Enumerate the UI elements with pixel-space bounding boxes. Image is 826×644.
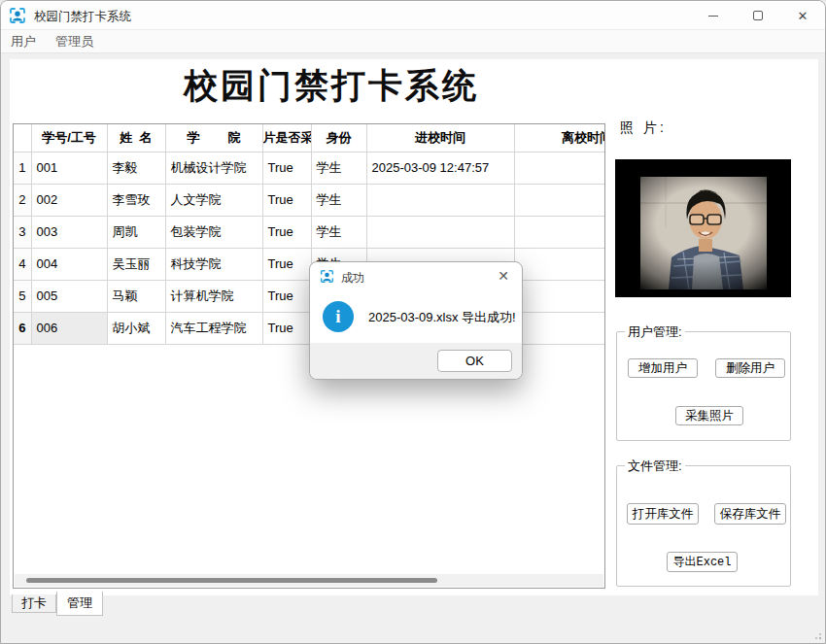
app-face-scan-icon	[9, 7, 26, 24]
row-number[interactable]: 6	[14, 312, 31, 344]
maximize-button[interactable]	[736, 1, 780, 30]
open-db-file-button[interactable]: 打开库文件	[627, 503, 699, 525]
table-cell[interactable]: True	[262, 248, 311, 280]
row-number[interactable]: 2	[14, 184, 31, 216]
table-cell[interactable]: 胡小斌	[107, 312, 165, 344]
export-excel-button[interactable]: 导出Excel	[667, 552, 738, 572]
table-cell[interactable]: True	[262, 152, 311, 184]
table-cell[interactable]: 001	[31, 152, 107, 184]
user-management-group: 用户管理: 增加用户 删除用户 采集照片	[616, 331, 791, 441]
table-cell[interactable]: 汽车工程学院	[165, 312, 262, 344]
table-row[interactable]: 3003周凯包装学院True学生	[14, 216, 605, 248]
photo-preview	[615, 159, 791, 297]
table-cell[interactable]: 003	[31, 216, 107, 248]
file-group-title: 文件管理:	[625, 458, 685, 475]
table-cell[interactable]: True	[262, 184, 311, 216]
table-row[interactable]: 1001李毅机械设计学院True学生2025-03-09 12:47:57	[14, 152, 605, 184]
user-group-title: 用户管理:	[625, 323, 685, 341]
table-cell[interactable]: 科技学院	[165, 248, 262, 280]
column-header[interactable]: 学号/工号	[31, 124, 107, 152]
table-cell[interactable]: True	[262, 216, 311, 248]
table-row[interactable]: 2002李雪玫人文学院True学生	[14, 184, 605, 216]
table-cell[interactable]: 2025-03-09 12:47:57	[366, 152, 514, 184]
dialog-title: 成功	[341, 270, 364, 287]
app-window: 校园门禁打卡系统 ✕ 用户 管理员 校园门禁打卡系统 学号/工号姓 名学 院片是…	[0, 0, 826, 644]
row-number[interactable]: 4	[14, 248, 31, 280]
photo-label: 照 片:	[620, 119, 667, 137]
delete-user-button[interactable]: 删除用户	[715, 358, 785, 378]
table-cell[interactable]: 人文学院	[165, 184, 262, 216]
table-cell[interactable]: 计算机学院	[165, 280, 262, 312]
dialog-message: 2025-03-09.xlsx 导出成功!	[368, 309, 516, 326]
page-title: 校园门禁打卡系统	[184, 63, 479, 109]
table-cell[interactable]	[514, 216, 605, 248]
row-number-header[interactable]	[14, 124, 31, 152]
tab-manage[interactable]: 管理	[56, 592, 103, 616]
menu-admin[interactable]: 管理员	[46, 29, 103, 54]
table-cell[interactable]: 学生	[311, 184, 366, 216]
table-cell[interactable]: 周凯	[107, 216, 165, 248]
resize-grip[interactable]	[813, 631, 821, 639]
column-header[interactable]: 姓 名	[107, 124, 165, 152]
table-cell[interactable]: 李雪玫	[107, 184, 165, 216]
portrait-photo	[615, 159, 791, 297]
column-header[interactable]: 进校时间	[366, 124, 514, 152]
table-cell[interactable]: 马颖	[107, 280, 165, 312]
tab-checkin[interactable]: 打卡	[12, 594, 56, 613]
menu-user[interactable]: 用户	[1, 29, 46, 54]
minimize-icon	[708, 16, 718, 17]
table-header-row: 学号/工号姓 名学 院片是否采身份进校时间离校时间	[14, 124, 605, 152]
close-icon: ✕	[798, 10, 809, 22]
table-cell[interactable]	[366, 184, 514, 216]
row-number[interactable]: 3	[14, 216, 31, 248]
minimize-button[interactable]	[691, 1, 736, 30]
horizontal-scrollbar[interactable]	[15, 574, 603, 587]
ok-button[interactable]: OK	[437, 350, 512, 372]
dialog-close-icon[interactable]: ✕	[498, 268, 509, 284]
table-cell[interactable]: 包装学院	[165, 216, 262, 248]
table-cell[interactable]: 004	[31, 248, 107, 280]
success-dialog: 成功 ✕ i 2025-03-09.xlsx 导出成功! OK	[309, 261, 523, 380]
capture-photo-button[interactable]: 采集照片	[675, 406, 743, 425]
add-user-button[interactable]: 增加用户	[628, 358, 698, 378]
column-header[interactable]: 身份	[311, 124, 366, 152]
row-number[interactable]: 5	[14, 280, 31, 312]
title-bar: 校园门禁打卡系统 ✕	[1, 1, 825, 30]
column-header[interactable]: 学 院	[165, 124, 262, 152]
table-cell[interactable]: True	[262, 280, 311, 312]
maximize-icon	[753, 11, 763, 20]
file-management-group: 文件管理: 打开库文件 保存库文件 导出Excel	[616, 465, 791, 587]
table-cell[interactable]: 吴玉丽	[107, 248, 165, 280]
table-cell[interactable]	[514, 312, 605, 344]
table-cell[interactable]: 005	[31, 280, 107, 312]
menu-bar: 用户 管理员	[1, 30, 825, 53]
close-button[interactable]: ✕	[780, 1, 825, 30]
table-cell[interactable]	[514, 248, 605, 280]
table-cell[interactable]: True	[262, 312, 311, 344]
save-db-file-button[interactable]: 保存库文件	[714, 503, 786, 525]
table-cell[interactable]	[366, 216, 514, 248]
table-cell[interactable]: 学生	[311, 152, 366, 184]
row-number[interactable]: 1	[14, 152, 31, 184]
column-header[interactable]: 离校时间	[514, 124, 605, 152]
table-cell[interactable]: 002	[31, 184, 107, 216]
scrollbar-thumb[interactable]	[26, 578, 437, 583]
window-title: 校园门禁打卡系统	[34, 9, 131, 25]
table-cell[interactable]	[514, 152, 605, 184]
table-cell[interactable]: 机械设计学院	[165, 152, 262, 184]
info-icon: i	[323, 301, 354, 332]
table-cell[interactable]: 006	[31, 312, 107, 344]
dialog-app-icon	[320, 269, 334, 284]
table-cell[interactable]	[514, 184, 605, 216]
table-cell[interactable]: 李毅	[107, 152, 165, 184]
column-header[interactable]: 片是否采	[262, 124, 311, 152]
table-cell[interactable]	[514, 280, 605, 312]
table-cell[interactable]: 学生	[311, 216, 366, 248]
